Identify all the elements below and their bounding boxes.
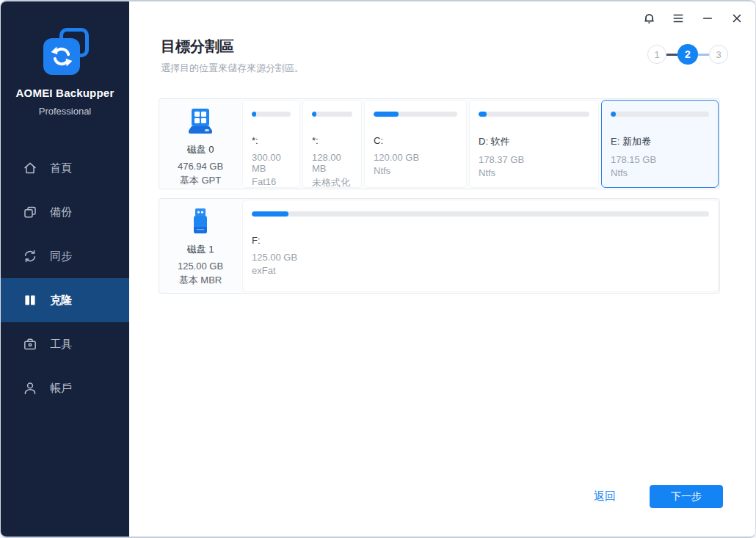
partition-card[interactable]: F: 125.00 GB exFat: [242, 200, 719, 292]
partition-label: *:: [312, 135, 352, 146]
back-link[interactable]: 返回: [594, 490, 616, 504]
partition-card[interactable]: C: 120.00 GB Ntfs: [364, 100, 467, 188]
usage-fill: [252, 112, 256, 117]
sidebar-item-clone[interactable]: 克隆: [1, 278, 129, 322]
disk-type: 基本 GPT: [180, 174, 221, 187]
sidebar-item-account[interactable]: 帳戶: [1, 366, 129, 410]
app-name: AOMEI Backupper: [1, 87, 129, 99]
logo-sync-icon: [43, 38, 80, 75]
disk-panel-0: 磁盘 0 476.94 GB 基本 GPT *: 300.00 MB Fat16…: [159, 98, 720, 189]
sidebar-item-tools[interactable]: 工具: [1, 322, 129, 366]
sidebar-item-label: 備份: [50, 206, 72, 219]
partition-size: 300.00 MB: [252, 152, 291, 174]
footer-actions: 返回 下一步: [594, 485, 723, 508]
disk-capacity: 476.94 GB: [178, 161, 223, 172]
partition-label: C:: [374, 135, 457, 146]
minimize-icon[interactable]: [698, 9, 717, 28]
menu-icon[interactable]: [669, 9, 688, 28]
notification-bell-icon[interactable]: [639, 9, 658, 28]
backup-icon: [23, 205, 37, 219]
usage-fill: [374, 112, 399, 117]
partition-card[interactable]: *: 128.00 MB 未格式化: [302, 100, 362, 188]
sidebar-item-sync[interactable]: 同步: [1, 234, 129, 278]
main-content: 目標分割區 選擇目的位置來儲存來源分割區。 1 2 3 磁盘 0 476.94 …: [129, 1, 755, 537]
app-window: AOMEI Backupper Professional 首頁備份同步克隆工具帳…: [0, 0, 756, 538]
step-indicator: 1 2 3: [647, 44, 728, 65]
step-connector: [698, 54, 709, 56]
step-1: 1: [647, 45, 666, 64]
partition-card[interactable]: D: 软件 178.37 GB Ntfs: [469, 100, 599, 188]
page-title: 目標分割區: [161, 37, 234, 57]
partition-card[interactable]: *: 300.00 MB Fat16: [242, 100, 300, 188]
partition-size: 178.15 GB: [611, 154, 709, 165]
partition-usage-bar: [479, 112, 589, 117]
partition-label: D: 软件: [479, 135, 589, 148]
sidebar-menu: 首頁備份同步克隆工具帳戶: [1, 146, 129, 410]
disk-name: 磁盘 0: [187, 143, 214, 156]
step-2-current: 2: [677, 44, 698, 65]
close-icon[interactable]: [727, 9, 746, 28]
partition-filesystem: Ntfs: [374, 165, 457, 176]
disk-type: 基本 MBR: [179, 274, 222, 287]
sidebar-item-label: 首頁: [50, 161, 72, 175]
app-logo: [40, 28, 90, 75]
sidebar-item-home[interactable]: 首頁: [1, 146, 129, 190]
home-icon: [23, 161, 37, 175]
partition-list: F: 125.00 GB exFat: [241, 199, 719, 293]
sidebar-item-label: 工具: [50, 338, 72, 352]
disk-info: 磁盘 0 476.94 GB 基本 GPT: [159, 99, 241, 189]
clone-icon: [23, 293, 37, 308]
partition-usage-bar: [611, 112, 709, 117]
partition-card-selected[interactable]: E: 新加卷 178.15 GB Ntfs: [601, 100, 719, 188]
step-3: 3: [709, 45, 728, 64]
partition-usage-bar: [312, 112, 352, 117]
usage-fill: [479, 112, 487, 117]
partition-list: *: 300.00 MB Fat16 *: 128.00 MB 未格式化 C: …: [241, 99, 719, 189]
partition-usage-bar: [374, 112, 457, 117]
usage-fill: [252, 211, 288, 217]
partition-usage-bar: [252, 112, 291, 117]
disk-name: 磁盘 1: [187, 243, 214, 256]
usage-fill: [312, 112, 316, 117]
usb-icon: [183, 207, 217, 241]
partition-size: 125.00 GB: [252, 252, 709, 263]
window-controls: [629, 9, 746, 28]
sidebar-item-label: 同步: [50, 250, 72, 263]
sync-icon: [23, 249, 37, 263]
partition-filesystem: Ntfs: [611, 167, 709, 178]
sidebar-item-label: 克隆: [50, 294, 72, 308]
sidebar-item-backup[interactable]: 備份: [1, 190, 129, 234]
partition-filesystem: Ntfs: [479, 167, 589, 178]
partition-label: E: 新加卷: [611, 135, 709, 148]
disk-panel-1: 磁盘 1 125.00 GB 基本 MBR F: 125.00 GB exFat: [159, 198, 720, 294]
page-subtitle: 選擇目的位置來儲存來源分割區。: [161, 62, 304, 75]
partition-usage-bar: [252, 211, 709, 217]
partition-filesystem: Fat16: [252, 176, 291, 187]
usage-fill: [611, 112, 616, 117]
partition-label: F:: [252, 235, 709, 246]
step-connector: [666, 54, 677, 56]
partition-filesystem: 未格式化: [312, 176, 352, 189]
sidebar-item-label: 帳戶: [50, 382, 72, 396]
disk-capacity: 125.00 GB: [178, 261, 223, 272]
account-icon: [23, 381, 37, 396]
tools-icon: [23, 337, 37, 352]
partition-filesystem: exFat: [252, 265, 709, 276]
app-edition: Professional: [1, 106, 129, 117]
sidebar: AOMEI Backupper Professional 首頁備份同步克隆工具帳…: [1, 1, 129, 537]
partition-size: 178.37 GB: [479, 154, 589, 165]
partition-size: 120.00 GB: [374, 152, 457, 163]
hdd-icon: [183, 107, 217, 141]
partition-size: 128.00 MB: [312, 152, 352, 174]
next-step-button[interactable]: 下一步: [650, 485, 723, 508]
disk-info: 磁盘 1 125.00 GB 基本 MBR: [159, 199, 241, 293]
partition-label: *:: [252, 135, 291, 146]
